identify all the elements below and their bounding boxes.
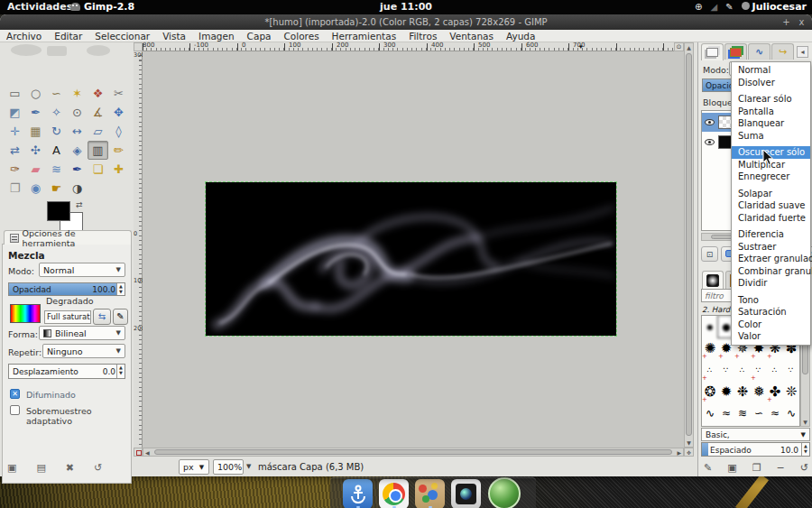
menu-option[interactable]: Dividir	[732, 277, 810, 290]
vertical-scrollbar[interactable]: ▲ ▼	[684, 42, 694, 448]
brush-thumbnail[interactable]: ≈	[718, 402, 734, 424]
ruler-corner-button[interactable]	[134, 42, 143, 51]
tool-button[interactable]: ◩	[5, 103, 25, 122]
footer-button[interactable]: ▣	[727, 462, 736, 474]
clock[interactable]: jue 11:00	[0, 1, 812, 13]
scroll-down-arrow[interactable]: ▼	[685, 439, 693, 446]
smoke-image[interactable]	[206, 182, 616, 336]
unit-select[interactable]: px▼	[179, 459, 209, 475]
tool-button[interactable]: ▥	[88, 141, 108, 160]
tool-button[interactable]: ✑	[5, 160, 25, 179]
menu-item[interactable]: Vista	[156, 30, 192, 42]
tool-button[interactable]: ∽	[46, 84, 67, 103]
tool-button[interactable]: ✒	[25, 103, 46, 122]
gradient-name[interactable]: Full saturation spe	[44, 310, 91, 324]
brush-collection-select[interactable]: Basic, ▼	[701, 428, 810, 441]
zoom-entry[interactable]: 100%	[213, 459, 244, 475]
tool-button[interactable]: ✚	[108, 160, 129, 179]
brush-thumbnail[interactable]: ∵	[751, 359, 767, 381]
tool-button[interactable]: ↻	[46, 122, 67, 141]
menu-option[interactable]: Blanquear	[732, 117, 810, 130]
visibility-eye-icon[interactable]	[705, 139, 715, 145]
menu-item[interactable]: Colores	[277, 30, 325, 42]
edit-gradient-button[interactable]: ✎	[113, 309, 128, 325]
brush-thumbnail[interactable]: ∴	[702, 359, 718, 381]
brush-thumbnail[interactable]: ❅	[751, 381, 767, 402]
shape-select[interactable]: Bilineal▼	[39, 326, 125, 340]
menu-item[interactable]: Editar	[48, 30, 88, 42]
tab-layers[interactable]	[701, 43, 724, 60]
brush-thumbnail[interactable]: ❊	[783, 381, 799, 402]
tool-button[interactable]: ⊙	[67, 103, 88, 122]
tool-button[interactable]: ✥	[108, 103, 129, 122]
spinner-arrows[interactable]: ▲▼	[801, 443, 809, 456]
tool-button[interactable]: ✧	[46, 103, 67, 122]
tab-channels[interactable]	[724, 43, 747, 60]
menu-option[interactable]: Extraer granulado	[732, 253, 810, 265]
footer-button[interactable]: ❐	[752, 462, 761, 474]
brush-thumbnail[interactable]: ∽	[751, 402, 767, 424]
footer-button[interactable]: ✎	[704, 462, 712, 474]
mode-select[interactable]: Normal▼	[39, 263, 125, 277]
supersample-checkbox[interactable]	[10, 405, 20, 415]
tool-button[interactable]: ▰	[25, 160, 46, 179]
menu-item[interactable]: Herramientas	[326, 30, 403, 42]
menu-option[interactable]: Disolver	[732, 77, 810, 89]
offset-slider[interactable]: Desplazamiento 0.0 ▲▼	[8, 364, 125, 379]
brush-thumbnail[interactable]: ∿	[783, 402, 799, 424]
tab-history[interactable]: ↪	[771, 43, 794, 60]
brush-thumbnail[interactable]: ✺	[702, 337, 718, 359]
dither-checkbox[interactable]: ✕	[10, 389, 20, 399]
brush-thumbnail[interactable]: ∵	[718, 359, 734, 381]
footer-button[interactable]: ▤	[36, 462, 45, 474]
menu-option[interactable]: Tono	[732, 294, 810, 307]
menu-option[interactable]: Claridad fuerte	[732, 212, 810, 225]
brush-thumbnail[interactable]: ∴	[767, 359, 783, 381]
tool-button[interactable]: ◈	[67, 141, 88, 160]
canvas-viewport[interactable]	[143, 51, 684, 448]
menu-item[interactable]: Imagen	[192, 30, 241, 42]
menu-option[interactable]: Claridad suave	[732, 199, 810, 212]
camera-app-icon[interactable]	[451, 479, 481, 508]
scrollbar-thumb[interactable]	[154, 449, 672, 455]
navigation-button[interactable]: ✥	[684, 448, 694, 457]
menu-item[interactable]: Seleccionar	[88, 30, 156, 42]
docky-anchor-icon[interactable]	[343, 479, 373, 508]
scroll-left-arrow[interactable]: ◀	[145, 448, 150, 457]
panel-menu-button[interactable]: ◂	[797, 46, 808, 58]
spinner-arrows[interactable]: ▲▼	[116, 365, 125, 378]
tool-button[interactable]: ☛	[46, 179, 67, 198]
menu-option[interactable]: Solapar	[732, 188, 810, 200]
spacing-slider[interactable]: Espaciado 10.0 ▲▼	[701, 442, 810, 457]
tool-button[interactable]: ▭	[5, 84, 25, 103]
horizontal-ruler[interactable]: -1000100200300400500600700800	[143, 42, 684, 51]
brush-thumbnail[interactable]: ✹	[718, 381, 734, 402]
tool-button[interactable]: ≋	[46, 160, 67, 179]
tool-button[interactable]: ✣	[25, 141, 46, 160]
green-orb-icon[interactable]	[488, 477, 521, 508]
input-pencil-icon[interactable]: ✎	[725, 2, 733, 12]
maximize-button[interactable]: +	[780, 16, 792, 28]
tool-button[interactable]: ❖	[88, 84, 108, 103]
brush-thumbnail[interactable]: ●	[702, 316, 718, 337]
footer-button[interactable]: ↺	[94, 462, 102, 474]
tool-button[interactable]: ○	[25, 84, 46, 103]
gradient-preview[interactable]	[10, 304, 41, 323]
chrome-icon[interactable]	[379, 479, 409, 508]
zoom-chevron-icon[interactable]: ▼	[246, 463, 251, 470]
opacity-slider[interactable]: Opacidad 100.0 ▲▼	[8, 282, 125, 296]
scroll-up-arrow[interactable]: ▲	[685, 44, 693, 51]
brush-thumbnail[interactable]: ∿	[702, 402, 718, 424]
tool-button[interactable]: ▦	[25, 122, 46, 141]
tool-button[interactable]: A	[46, 141, 67, 160]
menu-option[interactable]: Saturación	[732, 306, 810, 319]
footer-button[interactable]: ▣	[7, 462, 16, 474]
tool-button[interactable]: ✛	[5, 122, 25, 141]
tool-options-tab[interactable]: Opciones de herramienta	[4, 230, 132, 245]
menu-item[interactable]: Ventanas	[443, 30, 500, 42]
brush-thumbnail[interactable]: ❂	[702, 381, 718, 402]
menu-option[interactable]: Combinar granulado	[732, 265, 810, 278]
spinner-arrows[interactable]: ▲▼	[116, 283, 125, 295]
tool-button[interactable]: ◉	[25, 179, 46, 198]
tool-button[interactable]: ◊	[108, 122, 129, 141]
